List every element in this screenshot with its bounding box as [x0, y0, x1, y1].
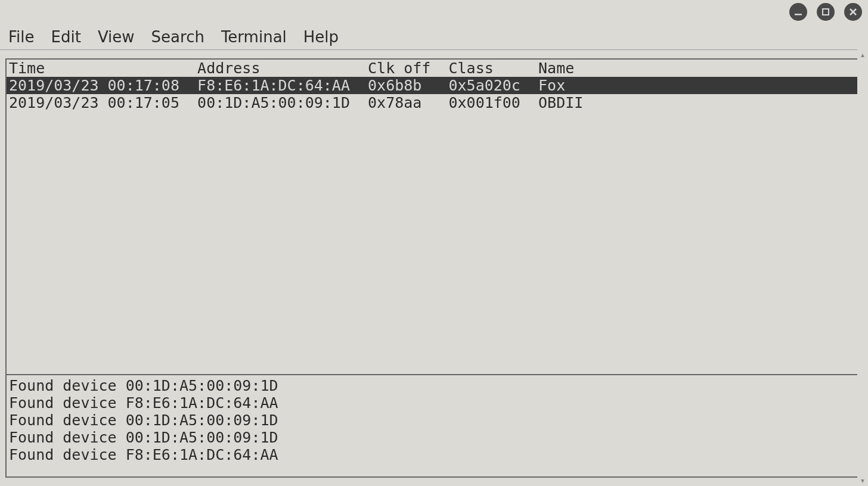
- log-line: Found device 00:1D:A5:00:09:1D: [9, 377, 861, 394]
- log-pane[interactable]: Found device 00:1D:A5:00:09:1DFound devi…: [7, 375, 861, 476]
- menubar: File Edit View Search Terminal Help: [0, 24, 868, 50]
- log-line: Found device 00:1D:A5:00:09:1D: [9, 412, 861, 429]
- svg-rect-1: [823, 9, 829, 15]
- log-line: Found device F8:E6:1A:DC:64:AA: [9, 446, 861, 463]
- scroll-down-arrow[interactable]: ▾: [857, 475, 868, 486]
- maximize-button[interactable]: [817, 3, 835, 21]
- minimize-button[interactable]: [789, 3, 807, 21]
- titlebar: [0, 0, 868, 24]
- close-button[interactable]: [844, 3, 862, 21]
- device-table-pane[interactable]: Time Address Clk off Class Name 2019/03/…: [7, 60, 861, 374]
- menu-help[interactable]: Help: [301, 27, 341, 47]
- menu-file[interactable]: File: [6, 27, 37, 47]
- menu-terminal[interactable]: Terminal: [219, 27, 289, 47]
- maximize-icon: [821, 7, 830, 17]
- terminal-content: Time Address Clk off Class Name 2019/03/…: [5, 58, 863, 478]
- table-header-row: Time Address Clk off Class Name: [7, 60, 861, 77]
- minimize-icon: [793, 7, 803, 17]
- table-row[interactable]: 2019/03/23 00:17:05 00:1D:A5:00:09:1D 0x…: [7, 94, 861, 111]
- log-line: Found device 00:1D:A5:00:09:1D: [9, 429, 861, 446]
- menu-edit[interactable]: Edit: [49, 27, 83, 47]
- scroll-up-arrow[interactable]: ▴: [857, 49, 868, 60]
- vertical-scrollbar[interactable]: ▴ ▾: [857, 49, 868, 486]
- log-line: Found device F8:E6:1A:DC:64:AA: [9, 394, 861, 412]
- menu-view[interactable]: View: [95, 27, 137, 47]
- close-icon: [848, 7, 858, 17]
- menu-search[interactable]: Search: [149, 27, 207, 47]
- svg-rect-0: [795, 14, 802, 15]
- table-row[interactable]: 2019/03/23 00:17:08 F8:E6:1A:DC:64:AA 0x…: [7, 77, 861, 94]
